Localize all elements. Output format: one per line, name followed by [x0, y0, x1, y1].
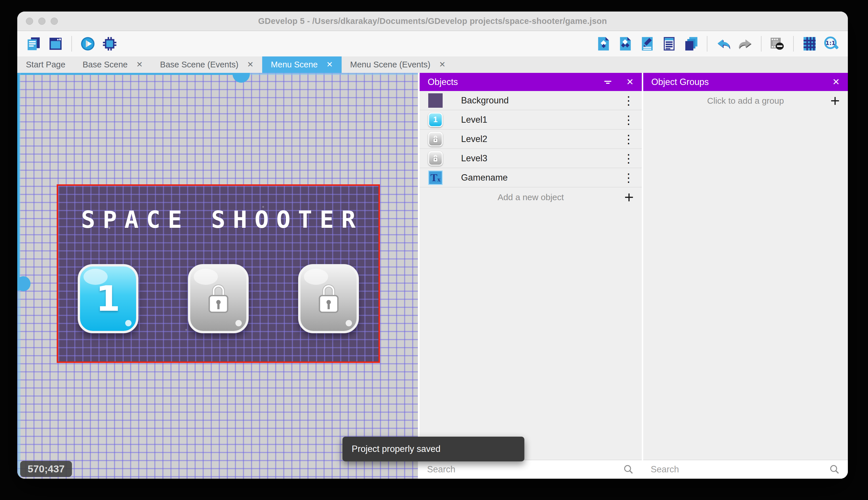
horizontal-scrollbar-handle[interactable]: [233, 73, 250, 83]
close-tab-icon[interactable]: ✕: [247, 61, 254, 69]
object-row-level3[interactable]: Level3 ⋮: [420, 149, 642, 168]
desktop-background: GDevelop 5 - /Users/dkarakay/Documents/G…: [0, 0, 868, 500]
tab-start-page[interactable]: Start Page: [17, 56, 74, 73]
filter-icon[interactable]: [603, 77, 613, 87]
search-icon: [623, 464, 634, 475]
object-menu-kebab-icon[interactable]: ⋮: [623, 94, 633, 107]
toggle-instances-mask-button[interactable]: [769, 35, 786, 53]
object-row-level2[interactable]: Level2 ⋮: [420, 129, 642, 149]
game-scene-rect[interactable]: SPACE SHOOTER 1: [57, 184, 380, 363]
close-tab-icon[interactable]: ✕: [136, 61, 143, 69]
search-icon: [829, 464, 840, 475]
level3-locked-button-object[interactable]: [298, 264, 359, 333]
gdevelop-window: GDevelop 5 - /Users/dkarakay/Documents/G…: [17, 12, 848, 479]
layers-icon: [683, 36, 699, 52]
undo-icon: [715, 36, 731, 52]
groups-search-input[interactable]: [651, 464, 829, 475]
scene-editor-button[interactable]: [47, 35, 64, 53]
traffic-lights: [26, 12, 58, 31]
show-objects-panel-button[interactable]: [595, 35, 612, 53]
grid-icon: [801, 36, 818, 52]
window-title: GDevelop 5 - /Users/dkarakay/Documents/G…: [17, 16, 848, 26]
scene-window-icon: [47, 36, 63, 52]
show-object-groups-button[interactable]: [617, 35, 634, 53]
cursor-coordinates-badge: 570;437: [20, 461, 72, 477]
object-row-gamename[interactable]: T x Gamename ⋮: [420, 168, 642, 188]
objects-search-input[interactable]: [427, 464, 623, 475]
close-window-button[interactable]: [26, 18, 33, 25]
instances-list-icon: [661, 36, 677, 52]
close-tab-icon[interactable]: ✕: [439, 61, 446, 69]
tab-menu-scene-events[interactable]: Menu Scene (Events) ✕: [342, 56, 454, 73]
lock-icon: [205, 281, 232, 316]
level2-locked-button-object[interactable]: [188, 264, 249, 333]
mini-lock-icon: [432, 135, 438, 144]
minimize-window-button[interactable]: [38, 18, 46, 25]
add-group-button[interactable]: Click to add a group +: [643, 91, 848, 110]
object-groups-panel: Object Groups ✕ Click to add a group +: [642, 73, 848, 479]
add-group-label: Click to add a group: [707, 96, 784, 106]
close-panel-icon[interactable]: ✕: [832, 78, 840, 87]
object-thumbnail-level3: [428, 151, 443, 166]
svg-text:1:1: 1:1: [825, 40, 835, 46]
level1-number: 1: [96, 278, 120, 319]
object-row-background[interactable]: Background ⋮: [420, 91, 642, 110]
toolbar-divider: [793, 36, 794, 52]
tab-label: Menu Scene (Events): [350, 60, 431, 69]
object-menu-kebab-icon[interactable]: ⋮: [623, 171, 633, 184]
toolbar-left-group: [25, 35, 119, 53]
show-properties-button[interactable]: [638, 35, 656, 53]
lock-icon: [315, 281, 342, 316]
close-panel-icon[interactable]: ✕: [626, 78, 634, 87]
zoom-1-1-button[interactable]: 1:1: [822, 35, 840, 53]
vertical-scrollbar-handle[interactable]: [17, 276, 31, 291]
object-name: Background: [461, 95, 623, 106]
object-thumbnail-level2: [428, 132, 443, 146]
tab-base-scene-events[interactable]: Base Scene (Events) ✕: [151, 56, 262, 73]
debug-button[interactable]: [101, 35, 119, 53]
tab-menu-scene[interactable]: Menu Scene ✕: [262, 56, 341, 73]
preview-button[interactable]: [79, 35, 97, 53]
show-instances-list-button[interactable]: [660, 35, 678, 53]
properties-pencil-icon: [639, 36, 655, 52]
redo-button[interactable]: [736, 35, 754, 53]
maximize-window-button[interactable]: [51, 18, 58, 25]
main-toolbar: 1:1: [17, 31, 848, 56]
object-thumbnail-color-swatch: [428, 93, 443, 108]
object-row-level1[interactable]: 1 Level1 ⋮: [420, 110, 642, 129]
toolbar-divider: [761, 36, 762, 52]
objects-panel: Objects ✕ Background ⋮: [418, 73, 642, 479]
scene-canvas[interactable]: SPACE SHOOTER 1: [17, 73, 418, 479]
object-menu-kebab-icon[interactable]: ⋮: [623, 133, 633, 146]
level1-button-object[interactable]: 1: [78, 264, 138, 333]
open-project-manager-button[interactable]: [25, 35, 43, 53]
horizontal-scrollbar-thumb[interactable]: [17, 73, 241, 75]
debug-chip-icon: [102, 36, 118, 52]
scene-tabs: Start Page Base Scene ✕ Base Scene (Even…: [17, 56, 848, 73]
redo-icon: [737, 36, 753, 52]
objects-panel-title: Objects: [428, 77, 458, 87]
toast-message: Project properly saved: [352, 444, 440, 454]
close-tab-icon[interactable]: ✕: [326, 61, 333, 69]
tab-base-scene[interactable]: Base Scene ✕: [74, 56, 151, 73]
object-thumbnail-text: T x: [428, 171, 443, 185]
zoom-1-1-icon: 1:1: [823, 36, 840, 52]
add-object-label: Add a new object: [497, 192, 564, 202]
text-object-glyph: T: [431, 172, 437, 183]
vertical-scrollbar-thumb[interactable]: [17, 73, 20, 291]
toggle-grid-button[interactable]: [801, 35, 819, 53]
object-menu-kebab-icon[interactable]: ⋮: [623, 152, 633, 165]
object-name: Level2: [461, 134, 623, 144]
project-manager-icon: [26, 36, 42, 52]
undo-button[interactable]: [714, 35, 732, 53]
object-groups-panel-header: Object Groups ✕: [643, 73, 848, 91]
tab-label: Base Scene (Events): [160, 60, 238, 69]
object-name: Gamename: [461, 172, 623, 183]
play-icon: [80, 36, 96, 52]
add-new-object-button[interactable]: Add a new object +: [420, 188, 642, 207]
object-name: Level1: [461, 115, 623, 125]
object-thumbnail-level1: 1: [428, 113, 443, 127]
scene-title-text-object[interactable]: SPACE SHOOTER: [58, 206, 378, 233]
show-layers-button[interactable]: [682, 35, 700, 53]
object-menu-kebab-icon[interactable]: ⋮: [623, 113, 633, 126]
